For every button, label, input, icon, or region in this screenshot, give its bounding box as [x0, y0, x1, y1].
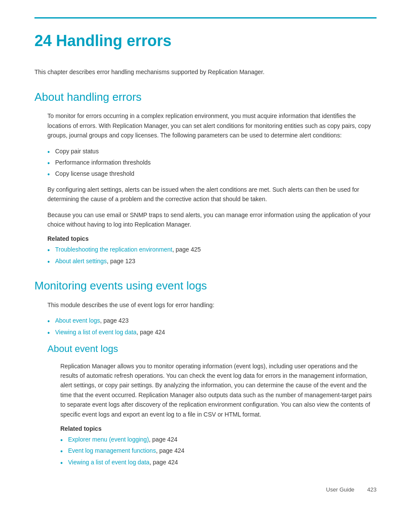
bullet-performance-info: Performance information thresholds — [47, 158, 377, 167]
bullet-viewing-list: Viewing a list of event log data, page 4… — [47, 327, 377, 337]
about-handling-errors-bullets: Copy pair status Performance information… — [47, 146, 377, 179]
link-troubleshooting[interactable]: Troubleshooting the replication environm… — [55, 246, 172, 253]
section-content-about-handling-errors: To monitor for errors occurring in a com… — [34, 111, 377, 266]
link-about-event-logs[interactable]: About event logs — [55, 317, 100, 324]
about-event-logs-body1: Replication Manager allows you to monito… — [60, 361, 377, 419]
about-handling-errors-body3: Because you can use email or SNMP traps … — [47, 210, 377, 230]
bullet-suffix-about-event-logs: , page 423 — [100, 317, 128, 324]
related-item-event-log-mgmt: Event log management functions, page 424 — [60, 446, 377, 455]
related-list-2: Explorer menu (event logging), page 424 … — [60, 435, 377, 467]
monitoring-events-body1: This module describes the use of event l… — [47, 300, 377, 310]
link-alert-settings[interactable]: About alert settings — [55, 258, 107, 264]
related-suffix-event-log-mgmt: , page 424 — [156, 447, 184, 454]
section-content-monitoring-events: This module describes the use of event l… — [34, 300, 377, 467]
section-heading-monitoring-events: Monitoring events using event logs — [34, 279, 377, 293]
bullet-copy-license: Copy license usage threshold — [47, 169, 377, 178]
bullet-copy-pair-status: Copy pair status — [47, 146, 377, 156]
link-explorer-menu[interactable]: Explorer menu (event logging) — [68, 436, 149, 443]
link-event-log-mgmt[interactable]: Event log management functions — [68, 447, 156, 454]
related-item-alert-settings: About alert settings, page 123 — [47, 256, 377, 266]
chapter-title: 24 Handling errors — [34, 31, 377, 50]
footer-divider — [356, 486, 362, 493]
footer-page-number: 423 — [367, 486, 377, 493]
section-monitoring-events: Monitoring events using event logs This … — [34, 279, 377, 467]
related-suffix-explorer-menu: , page 424 — [149, 436, 177, 443]
related-list-1: Troubleshooting the replication environm… — [47, 245, 377, 266]
footer-label: User Guide — [326, 486, 355, 493]
monitoring-events-bullets: About event logs, page 423 Viewing a lis… — [47, 316, 377, 337]
bullet-about-event-logs: About event logs, page 423 — [47, 316, 377, 325]
about-handling-errors-body2: By configuring alert settings, alerts ca… — [47, 185, 377, 204]
link-viewing-list[interactable]: Viewing a list of event log data — [55, 329, 137, 336]
section-about-handling-errors: About handling errors To monitor for err… — [34, 90, 377, 266]
subsection-about-event-logs: About event logs Replication Manager all… — [47, 343, 377, 467]
related-suffix-troubleshooting: , page 425 — [172, 246, 201, 253]
related-topics-label-1: Related topics — [47, 235, 377, 242]
related-topics-label-2: Related topics — [60, 425, 377, 432]
related-suffix-alert-settings: , page 123 — [107, 258, 135, 264]
intro-text: This chapter describes error handling me… — [34, 67, 377, 77]
page-container: 24 Handling errors This chapter describe… — [0, 0, 411, 506]
footer: User Guide 423 — [326, 486, 377, 493]
bullet-suffix-viewing-list: , page 424 — [137, 329, 165, 336]
related-item-explorer-menu: Explorer menu (event logging), page 424 — [60, 435, 377, 444]
subsection-content-about-event-logs: Replication Manager allows you to monito… — [47, 361, 377, 467]
subsection-heading-about-event-logs: About event logs — [47, 343, 377, 355]
related-item-troubleshooting: Troubleshooting the replication environm… — [47, 245, 377, 254]
top-border — [34, 17, 377, 19]
related-item-viewing-list-2: Viewing a list of event log data, page 4… — [60, 457, 377, 467]
link-viewing-list-2[interactable]: Viewing a list of event log data — [68, 459, 149, 466]
about-handling-errors-body1: To monitor for errors occurring in a com… — [47, 111, 377, 140]
related-suffix-viewing-list-2: , page 424 — [149, 459, 178, 466]
section-heading-about-handling-errors: About handling errors — [34, 90, 377, 105]
